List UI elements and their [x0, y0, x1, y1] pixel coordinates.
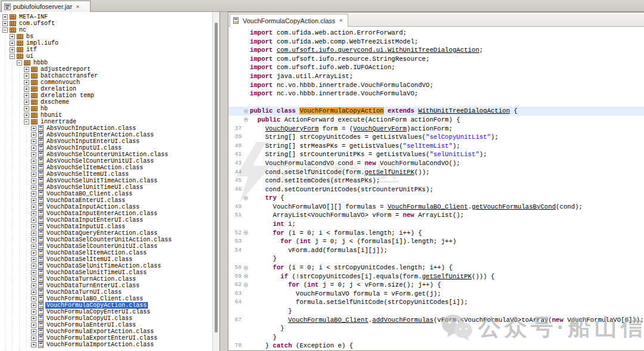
tree-item[interactable]: +hb	[0, 105, 212, 112]
fold-collapse-icon[interactable]	[244, 196, 248, 200]
collapse-icon[interactable]: −	[10, 54, 15, 59]
tree-item[interactable]: +VouchDataSelCounterUnitAction.class	[0, 237, 212, 243]
scrollbar-thumb[interactable]	[215, 23, 218, 333]
tree-item[interactable]: +impl.iufo	[0, 40, 212, 46]
tree-item[interactable]: −ui	[0, 53, 212, 60]
tree-item[interactable]: +AbsVouchInputUI.class	[0, 145, 212, 151]
expand-icon[interactable]: +	[24, 113, 29, 118]
fold-collapse-icon[interactable]	[244, 266, 248, 270]
tree-item[interactable]: +commonvouch	[0, 79, 212, 86]
expand-icon[interactable]: +	[31, 263, 36, 269]
tree-vertical-scrollbar[interactable]	[212, 12, 219, 351]
tree-item[interactable]: +VouchDataSelUnitTimeUI.class	[0, 269, 212, 276]
tree-item[interactable]: +AbsVouchSelUnitTimeUI.class	[0, 184, 212, 191]
tree-item[interactable]: +adjustedreport	[0, 66, 212, 73]
tree-item[interactable]: +hbunit	[0, 112, 212, 119]
expand-icon[interactable]: +	[31, 198, 36, 203]
tree-item[interactable]: +dxrelation temp	[0, 92, 212, 99]
tab-class-file[interactable]: VouchFormulaCopyAction.class ✕	[230, 14, 348, 27]
tree-item[interactable]: +VouchDataInputAction.class	[0, 204, 212, 210]
expand-icon[interactable]: +	[31, 145, 36, 151]
tree-item[interactable]: +itf	[0, 46, 212, 53]
tree-item[interactable]: +META-INF	[0, 14, 212, 20]
tree-item[interactable]: +VouchDataTurnEnterUI.class	[0, 282, 212, 289]
expand-icon[interactable]: +	[31, 290, 36, 295]
expand-icon[interactable]: +	[31, 159, 36, 164]
tree-item[interactable]: +VouchDataInputEnterUI.class	[0, 217, 212, 223]
expand-icon[interactable]: +	[31, 185, 36, 190]
expand-icon[interactable]: +	[31, 329, 36, 334]
tree-item[interactable]: +batchacctransfer	[0, 73, 212, 79]
tree-item[interactable]: +VouchDataTurnUI.class	[0, 289, 212, 296]
code-editor[interactable]: import com.ufida.web.action.ErrorForward…	[228, 27, 644, 350]
fold-collapse-icon[interactable]	[244, 117, 248, 122]
tree-item[interactable]: +VouchFormulaExportEnterUI.class	[0, 335, 212, 341]
expand-icon[interactable]: +	[2, 14, 8, 20]
tree-item[interactable]: +dxrelation	[0, 86, 212, 92]
expand-icon[interactable]: +	[24, 67, 29, 72]
tree-item[interactable]: +VouchFormulaBO_Client.class	[0, 296, 212, 302]
expand-icon[interactable]: +	[31, 237, 36, 243]
expand-icon[interactable]: +	[31, 165, 36, 170]
expand-icon[interactable]: +	[24, 86, 29, 92]
expand-icon[interactable]: +	[31, 231, 36, 236]
close-icon[interactable]: ✕	[76, 4, 80, 10]
tree-item[interactable]: +VouchFormulaCopyUI.class	[0, 315, 212, 322]
collapse-icon[interactable]: −	[17, 60, 22, 66]
tree-item[interactable]: +VouchDataTurnAction.class	[0, 276, 212, 282]
expand-icon[interactable]: +	[31, 283, 36, 288]
tree-item[interactable]: −hbbb	[0, 60, 212, 66]
expand-icon[interactable]: +	[2, 21, 8, 26]
expand-icon[interactable]: +	[10, 41, 15, 46]
tree-item[interactable]: +com.ufsoft	[0, 20, 212, 27]
expand-icon[interactable]: +	[10, 34, 15, 39]
collapse-icon[interactable]: −	[24, 119, 29, 125]
tree-item[interactable]: +AbsVouchInputEnterAction.class	[0, 132, 212, 138]
tree-item[interactable]: +AbsVouchSelItemUI.class	[0, 171, 212, 178]
expand-icon[interactable]: +	[31, 303, 36, 308]
tree-item[interactable]: +VouchDataSelItemUI.class	[0, 256, 212, 263]
tree-item[interactable]: +VouchDataInputUI.class	[0, 223, 212, 230]
tree-item[interactable]: +VouchFormulaExportAction.class	[0, 328, 212, 335]
tree-item[interactable]: +VouchFormulaCopyEnterUI.class	[0, 309, 212, 315]
tree-item[interactable]: +VouchDataSelCounterUnitUI.class	[0, 243, 212, 250]
expand-icon[interactable]: +	[24, 93, 29, 98]
fold-collapse-icon[interactable]	[244, 109, 248, 113]
expand-icon[interactable]: +	[31, 224, 36, 229]
expand-icon[interactable]: +	[24, 106, 29, 111]
tree-item[interactable]: +AbsVouchInputEnterUI.class	[0, 138, 212, 145]
expand-icon[interactable]: +	[24, 80, 29, 85]
tree-item[interactable]: +VouchDataSelItemAction.class	[0, 250, 212, 256]
fold-collapse-icon[interactable]	[244, 231, 248, 235]
expand-icon[interactable]: +	[24, 73, 29, 79]
tree-item[interactable]: +AbsVouchSelCounterUnitUI.class	[0, 158, 212, 164]
close-icon[interactable]: ✕	[339, 18, 343, 23]
expand-icon[interactable]: +	[31, 322, 36, 328]
expand-icon[interactable]: +	[31, 309, 36, 315]
tree-item[interactable]: +VouchDataInputEnterAction.class	[0, 210, 212, 217]
tree-item[interactable]: −innertrade	[0, 119, 212, 125]
expand-icon[interactable]: +	[31, 218, 36, 223]
expand-icon[interactable]: +	[31, 257, 36, 262]
expand-icon[interactable]: +	[31, 277, 36, 282]
expand-icon[interactable]: +	[31, 126, 36, 131]
tree-item[interactable]: +dxscheme	[0, 99, 212, 105]
expand-icon[interactable]: +	[31, 152, 36, 157]
tree-item[interactable]: +AbsVouchSelUnitTimeAction.class	[0, 178, 212, 184]
expand-icon[interactable]: +	[31, 204, 36, 210]
tab-jar-file[interactable]: pubiufoiufoserver.jar ✕	[1, 1, 91, 12]
expand-icon[interactable]: +	[31, 191, 36, 197]
expand-icon[interactable]: +	[31, 342, 36, 347]
collapse-icon[interactable]: −	[2, 27, 8, 33]
expand-icon[interactable]: +	[31, 211, 36, 216]
expand-icon[interactable]: +	[31, 139, 36, 144]
tree-item[interactable]: +VouchDataSelUnitTimeAction.class	[0, 263, 212, 269]
expand-icon[interactable]: +	[31, 296, 36, 302]
expand-icon[interactable]: +	[24, 100, 29, 105]
tree-item[interactable]: +VouchDataQueryEnterAction.class	[0, 230, 212, 237]
fold-collapse-icon[interactable]	[244, 283, 248, 287]
tree-item[interactable]: +bs	[0, 33, 212, 40]
tree-item[interactable]: +VouchFormulaImportAction.class	[0, 341, 212, 348]
expand-icon[interactable]: +	[31, 270, 36, 275]
tree-item[interactable]: +AbsVouchInputAction.class	[0, 125, 212, 132]
